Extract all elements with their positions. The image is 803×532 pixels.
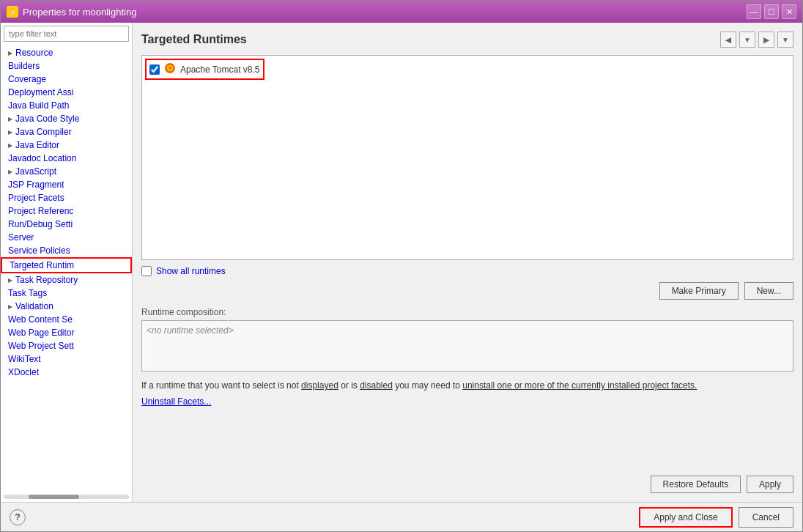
minimize-button[interactable]: — [747,4,761,19]
runtime-checkbox-apache-tomcat[interactable] [149,64,160,75]
sidebar-item-java-code-style[interactable]: Java Code Style [1,112,132,125]
cancel-button[interactable]: Cancel [739,507,793,528]
forward-button[interactable]: ▶ [758,32,774,48]
panel-title-text: Targeted Runtimes [141,33,247,46]
sidebar-scrollbar[interactable] [4,495,129,499]
composition-box: <no runtime selected> [141,320,793,372]
window-title: Properties for moonlighting [23,7,136,18]
sidebar-item-jsp-fragment[interactable]: JSP Fragment [1,178,132,191]
footer: ? Apply and Close Cancel [1,502,802,531]
sidebar-item-web-content-settings[interactable]: Web Content Se [1,313,132,326]
title-bar: ⚙ Properties for moonlighting — ☐ ✕ [1,1,802,23]
footer-left: ? [10,509,26,525]
filter-input[interactable] [4,26,129,42]
restore-defaults-button[interactable]: Restore Defaults [651,476,741,493]
main-content: ResourceBuildersCoverageDeployment AssiJ… [1,23,802,502]
right-panel: Targeted Runtimes ◀ ▼ ▶ ▼ Apache Tomcat … [133,23,802,502]
sidebar-item-javadoc-location[interactable]: Javadoc Location [1,152,132,165]
maximize-button[interactable]: ☐ [764,4,779,19]
sidebar: ResourceBuildersCoverageDeployment AssiJ… [1,23,133,502]
show-all-runtimes-label: Show all runtimes [156,266,226,276]
sidebar-item-task-tags[interactable]: Task Tags [1,287,132,300]
sidebar-item-service-policies[interactable]: Service Policies [1,244,132,257]
sidebar-item-coverage[interactable]: Coverage [1,73,132,86]
svg-text:⚙: ⚙ [10,10,15,15]
runtime-item-apache-tomcat: Apache Tomcat v8.5 [145,59,264,80]
sidebar-item-project-facets[interactable]: Project Facets [1,191,132,204]
title-bar-left: ⚙ Properties for moonlighting [7,6,136,18]
sidebar-item-builders[interactable]: Builders [1,59,132,73]
panel-title-row: Targeted Runtimes ◀ ▼ ▶ ▼ [141,32,793,48]
footer-right: Apply and Close Cancel [639,507,793,528]
action-buttons-row: Make Primary New... [141,282,793,300]
sidebar-item-wikitext[interactable]: WikiText [1,352,132,366]
sidebar-item-run-debug[interactable]: Run/Debug Setti [1,218,132,231]
back-dropdown-button[interactable]: ▼ [739,32,755,48]
properties-window: ⚙ Properties for moonlighting — ☐ ✕ Reso… [0,0,803,532]
info-text: If a runtime that you want to select is … [141,379,793,392]
help-button[interactable]: ? [10,509,26,525]
sidebar-item-web-page-editor[interactable]: Web Page Editor [1,326,132,339]
sidebar-item-server[interactable]: Server [1,231,132,244]
sidebar-item-targeted-runtimes[interactable]: Targeted Runtim [1,257,132,273]
window-icon: ⚙ [7,6,18,18]
tomcat-icon [164,62,176,76]
sidebar-item-xdoclet[interactable]: XDoclet [1,366,132,379]
sidebar-item-task-repository[interactable]: Task Repository [1,273,132,287]
runtime-label-apache-tomcat: Apache Tomcat v8.5 [180,64,260,75]
make-primary-button[interactable]: Make Primary [659,282,739,300]
scrollbar-thumb [29,495,78,499]
uninstall-facets-link[interactable]: Uninstall Facets... [141,396,793,407]
sidebar-list: ResourceBuildersCoverageDeployment AssiJ… [1,45,132,495]
sidebar-item-java-editor[interactable]: Java Editor [1,138,132,152]
sidebar-item-project-references[interactable]: Project Referenc [1,204,132,218]
window-controls: — ☐ ✕ [747,4,796,19]
svg-point-5 [169,67,171,70]
show-all-runtimes-checkbox[interactable] [141,266,152,276]
forward-dropdown-button[interactable]: ▼ [777,32,793,48]
show-all-runtimes-row: Show all runtimes [141,266,793,276]
sidebar-item-web-project-settings[interactable]: Web Project Sett [1,339,132,352]
sidebar-item-java-compiler[interactable]: Java Compiler [1,125,132,138]
sidebar-item-resource[interactable]: Resource [1,46,132,59]
back-button[interactable]: ◀ [720,32,736,48]
sidebar-item-javascript[interactable]: JavaScript [1,165,132,178]
new-button[interactable]: New... [744,282,793,300]
composition-label: Runtime composition: [141,307,793,317]
sidebar-item-validation[interactable]: Validation [1,300,132,313]
panel-title-toolbar: ◀ ▼ ▶ ▼ [720,32,793,48]
sidebar-item-java-build-path[interactable]: Java Build Path [1,99,132,112]
apply-button[interactable]: Apply [747,476,793,493]
apply-and-close-button[interactable]: Apply and Close [639,507,732,528]
bottom-right-buttons: Restore Defaults Apply [141,470,793,493]
runtimes-list: Apache Tomcat v8.5 [141,55,793,260]
close-button[interactable]: ✕ [782,4,796,19]
sidebar-item-deployment[interactable]: Deployment Assi [1,86,132,99]
no-runtime-text: <no runtime selected> [147,325,234,336]
